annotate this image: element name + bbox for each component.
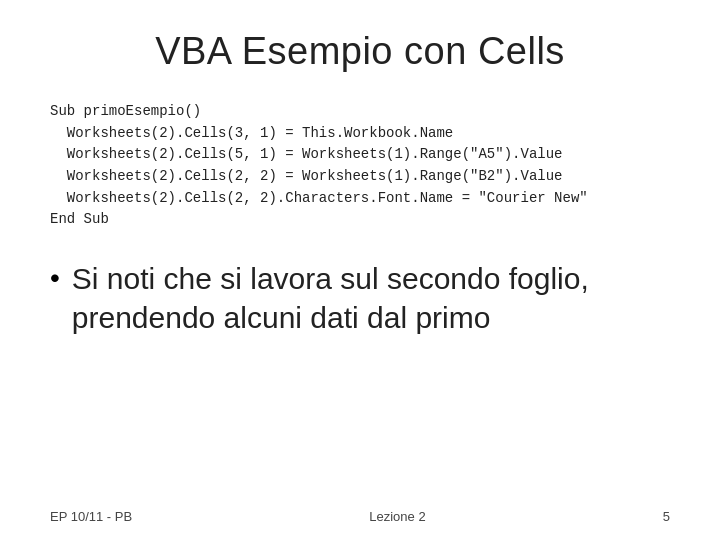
code-line-3: Worksheets(2).Cells(5, 1) = Worksheets(1… — [50, 146, 562, 162]
footer-left: EP 10/11 - PB — [50, 509, 132, 524]
bullet-dot: • — [50, 261, 60, 295]
footer-right: 5 — [663, 509, 670, 524]
code-line-2: Worksheets(2).Cells(3, 1) = This.Workboo… — [50, 125, 453, 141]
bullet-section: • Si noti che si lavora sul secondo fogl… — [50, 259, 670, 337]
code-line-4: Worksheets(2).Cells(2, 2) = Worksheets(1… — [50, 168, 562, 184]
slide: VBA Esempio con Cells Sub primoEsempio()… — [0, 0, 720, 540]
bullet-text: Si noti che si lavora sul secondo foglio… — [72, 259, 670, 337]
slide-title: VBA Esempio con Cells — [50, 30, 670, 73]
code-line-6: End Sub — [50, 211, 109, 227]
footer: EP 10/11 - PB Lezione 2 5 — [50, 509, 670, 524]
footer-center: Lezione 2 — [369, 509, 425, 524]
code-line-1: Sub primoEsempio() — [50, 103, 201, 119]
code-line-5: Worksheets(2).Cells(2, 2).Characters.Fon… — [50, 190, 588, 206]
code-block: Sub primoEsempio() Worksheets(2).Cells(3… — [50, 101, 670, 231]
